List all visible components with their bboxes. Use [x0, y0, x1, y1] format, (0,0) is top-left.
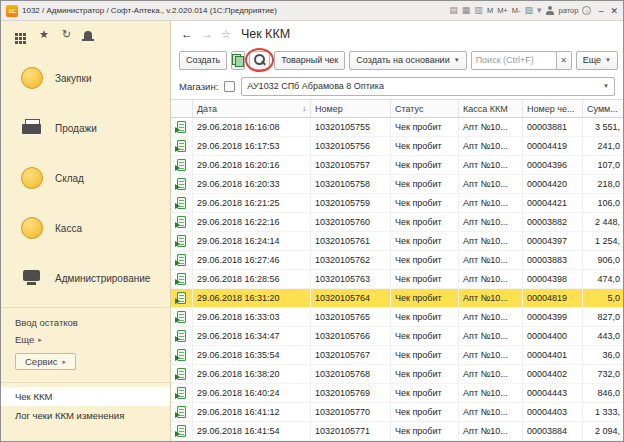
create-based-on-button[interactable]: Создать на основании ▼: [349, 51, 466, 70]
header-status[interactable]: Статус: [391, 100, 459, 117]
cell-sum[interactable]: 846,0: [583, 384, 623, 402]
cell-date[interactable]: 29.06.2018 16:38:20: [193, 365, 311, 383]
cell-status[interactable]: Чек пробит: [391, 403, 459, 421]
cell-status[interactable]: Чек пробит: [391, 346, 459, 364]
clipboard-icon[interactable]: ▤: [449, 6, 458, 15]
cell-number[interactable]: 10320105756: [311, 137, 391, 155]
info-icon[interactable]: i: [582, 6, 591, 15]
combo-dropdown-icon[interactable]: ▼: [598, 83, 614, 89]
cell-date[interactable]: 29.06.2018 16:21:25: [193, 194, 311, 212]
cell-receipt-no[interactable]: 00003882: [523, 213, 583, 231]
notifications-bell-icon[interactable]: [84, 31, 92, 39]
cell-date[interactable]: 29.06.2018 16:22:16: [193, 213, 311, 231]
cell-number[interactable]: 10320105761: [311, 232, 391, 250]
calculator-icon[interactable]: ▦: [462, 6, 471, 15]
cell-kkm[interactable]: Апт №10...: [459, 137, 523, 155]
cell-status[interactable]: Чек пробит: [391, 156, 459, 174]
cell-kkm[interactable]: Апт №10...: [459, 194, 523, 212]
store-combo-field[interactable]: АУ1032 СПб Абрамова 8 Оптика ▼: [241, 77, 615, 96]
header-date[interactable]: Дата ↓: [193, 100, 311, 117]
cell-status[interactable]: Чек пробит: [391, 194, 459, 212]
cell-status[interactable]: Чек пробит: [391, 327, 459, 345]
cell-kkm[interactable]: Апт №10...: [459, 346, 523, 364]
cell-sum[interactable]: 1 333,: [583, 403, 623, 421]
cell-date[interactable]: 29.06.2018 16:24:14: [193, 232, 311, 250]
table-row[interactable]: 29.06.2018 16:41:12 10320105770 Чек проб…: [171, 403, 623, 422]
cell-number[interactable]: 10320105767: [311, 346, 391, 364]
cell-sum[interactable]: 1 254,: [583, 232, 623, 250]
find-button[interactable]: [249, 51, 270, 70]
sidebar-item-purchases[interactable]: Закупки: [1, 53, 170, 103]
header-kkm[interactable]: Касса ККМ: [459, 100, 523, 117]
cell-receipt-no[interactable]: 00004398: [523, 270, 583, 288]
cell-sum[interactable]: 906,0: [583, 251, 623, 269]
goods-receipt-button[interactable]: Товарный чек: [274, 51, 345, 70]
cell-kkm[interactable]: Апт №10...: [459, 289, 523, 307]
cell-date[interactable]: 29.06.2018 16:28:56: [193, 270, 311, 288]
cell-kkm[interactable]: Апт №10...: [459, 251, 523, 269]
cell-sum[interactable]: 218,0: [583, 175, 623, 193]
calendar-icon[interactable]: ▥: [474, 6, 483, 15]
service-button[interactable]: Сервис ▸: [15, 353, 76, 370]
cell-date[interactable]: 29.06.2018 16:41:54: [193, 422, 311, 440]
header-number[interactable]: Номер: [311, 100, 391, 117]
table-row[interactable]: 29.06.2018 16:35:54 10320105767 Чек проб…: [171, 346, 623, 365]
cell-status[interactable]: Чек пробит: [391, 365, 459, 383]
cell-number[interactable]: 10320105758: [311, 175, 391, 193]
cell-receipt-no[interactable]: 00004421: [523, 194, 583, 212]
table-row[interactable]: 29.06.2018 16:20:16 10320105757 Чек проб…: [171, 156, 623, 175]
cell-number[interactable]: 10320105764: [311, 289, 391, 307]
cell-number[interactable]: 10320105762: [311, 251, 391, 269]
cell-receipt-no[interactable]: 00004402: [523, 365, 583, 383]
cell-status[interactable]: Чек пробит: [391, 308, 459, 326]
cell-sum[interactable]: 107,0: [583, 156, 623, 174]
cell-kkm[interactable]: Апт №10...: [459, 118, 523, 136]
cell-receipt-no[interactable]: 00004403: [523, 403, 583, 421]
table-row[interactable]: 29.06.2018 16:16:08 10320105755 Чек проб…: [171, 118, 623, 137]
cell-status[interactable]: Чек пробит: [391, 270, 459, 288]
cell-receipt-no[interactable]: 00004401: [523, 346, 583, 364]
more-button[interactable]: Еще ▼: [576, 51, 618, 70]
cell-receipt-no[interactable]: 00004400: [523, 327, 583, 345]
sidebar-link-vvod-ostatkov[interactable]: Ввод остатков: [15, 314, 156, 331]
cell-status[interactable]: Чек пробит: [391, 422, 459, 440]
cell-sum[interactable]: 474,0: [583, 270, 623, 288]
clear-search-icon[interactable]: ✕: [557, 51, 572, 70]
cell-receipt-no[interactable]: 00004419: [523, 137, 583, 155]
cell-kkm[interactable]: Апт №10...: [459, 270, 523, 288]
cell-date[interactable]: 29.06.2018 16:41:12: [193, 403, 311, 421]
cell-kkm[interactable]: Апт №10...: [459, 175, 523, 193]
cell-receipt-no[interactable]: 00004420: [523, 175, 583, 193]
cell-date[interactable]: 29.06.2018 16:17:53: [193, 137, 311, 155]
cell-kkm[interactable]: Апт №10...: [459, 365, 523, 383]
cell-number[interactable]: 10320105757: [311, 156, 391, 174]
cell-date[interactable]: 29.06.2018 16:20:16: [193, 156, 311, 174]
cell-receipt-no[interactable]: 00003884: [523, 422, 583, 440]
cell-status[interactable]: Чек пробит: [391, 289, 459, 307]
keyboard-icon[interactable]: ▧: [525, 6, 534, 15]
cell-sum[interactable]: 106,0: [583, 194, 623, 212]
sidebar-item-chek-kkm[interactable]: Чек ККМ: [1, 387, 170, 406]
table-row[interactable]: 29.06.2018 16:27:46 10320105762 Чек проб…: [171, 251, 623, 270]
cell-number[interactable]: 10320105763: [311, 270, 391, 288]
store-filter-checkbox[interactable]: [224, 81, 235, 92]
cell-receipt-no[interactable]: 00004443: [523, 384, 583, 402]
cell-number[interactable]: 10320105769: [311, 384, 391, 402]
table-row[interactable]: 29.06.2018 16:28:56 10320105763 Чек проб…: [171, 270, 623, 289]
cell-sum[interactable]: 2 448,: [583, 213, 623, 231]
cell-sum[interactable]: 36,0: [583, 346, 623, 364]
cell-receipt-no[interactable]: 00004399: [523, 308, 583, 326]
sidebar-link-more[interactable]: Еще ▸: [15, 331, 156, 348]
table-row[interactable]: 29.06.2018 16:31:20 10320105764 Чек проб…: [171, 289, 623, 308]
cell-date[interactable]: 29.06.2018 16:20:33: [193, 175, 311, 193]
cell-receipt-no[interactable]: 00004819: [523, 289, 583, 307]
cell-sum[interactable]: 443,0: [583, 327, 623, 345]
close-icon[interactable]: ✕: [610, 6, 618, 16]
header-receipt-no[interactable]: Номер че...: [523, 100, 583, 117]
memory-m-plus-button[interactable]: М+: [497, 6, 508, 15]
chevron-down-icon[interactable]: ▾: [537, 6, 542, 15]
cell-kkm[interactable]: Апт №10...: [459, 422, 523, 440]
table-row[interactable]: 29.06.2018 16:20:33 10320105758 Чек проб…: [171, 175, 623, 194]
table-row[interactable]: 29.06.2018 16:40:24 10320105769 Чек проб…: [171, 384, 623, 403]
table-row[interactable]: 29.06.2018 16:38:20 10320105768 Чек проб…: [171, 365, 623, 384]
